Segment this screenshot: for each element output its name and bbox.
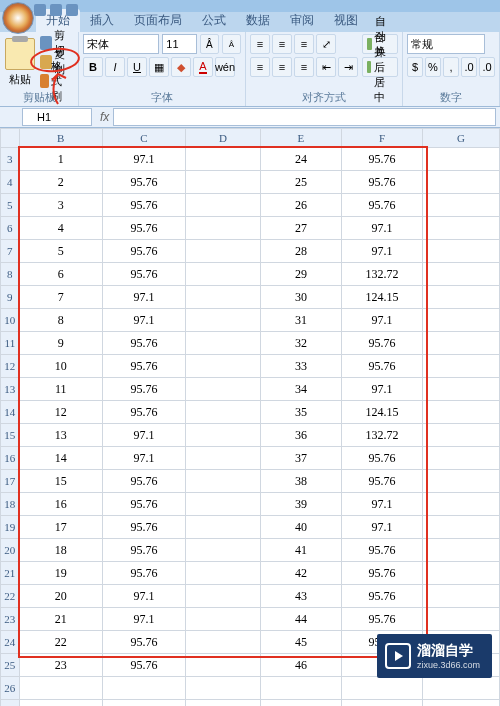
cell[interactable]: 3 <box>19 194 102 217</box>
cell[interactable]: 1 <box>19 148 102 171</box>
cell[interactable]: 42 <box>260 562 341 585</box>
cell[interactable]: 24 <box>260 148 341 171</box>
row-header[interactable]: 13 <box>1 378 20 401</box>
table-row[interactable]: 11995.763295.76 <box>1 332 500 355</box>
cell[interactable] <box>423 332 500 355</box>
name-box[interactable]: H1 <box>22 108 92 126</box>
row-header[interactable]: 10 <box>1 309 20 332</box>
cell[interactable] <box>423 516 500 539</box>
row-header[interactable]: 14 <box>1 401 20 424</box>
phonetic-button[interactable]: wén <box>215 57 235 77</box>
row-header[interactable]: 6 <box>1 217 20 240</box>
cell[interactable]: 95.76 <box>102 516 185 539</box>
cell[interactable]: 95.76 <box>102 631 185 654</box>
font-size-combo[interactable]: 11 <box>162 34 197 54</box>
cell[interactable]: 97.1 <box>341 240 422 263</box>
cell[interactable]: 97.1 <box>341 493 422 516</box>
cell[interactable]: 97.1 <box>102 585 185 608</box>
cell[interactable]: 97.1 <box>102 148 185 171</box>
cell[interactable] <box>186 677 261 700</box>
cell[interactable] <box>423 171 500 194</box>
table-row[interactable]: 7595.762897.1 <box>1 240 500 263</box>
col-header-G[interactable]: G <box>423 129 500 148</box>
cell[interactable]: 97.1 <box>102 424 185 447</box>
cell[interactable]: 25 <box>260 171 341 194</box>
cell[interactable] <box>341 700 422 707</box>
cell[interactable]: 45 <box>260 631 341 654</box>
cell[interactable]: 95.76 <box>102 470 185 493</box>
row-header[interactable]: 4 <box>1 171 20 194</box>
cell[interactable]: 7 <box>19 286 102 309</box>
cell[interactable] <box>423 263 500 286</box>
tab-视图[interactable]: 视图 <box>324 9 368 32</box>
row-header[interactable]: 7 <box>1 240 20 263</box>
select-all-button[interactable] <box>1 129 20 148</box>
cell[interactable]: 95.76 <box>102 194 185 217</box>
table-row[interactable]: 5395.762695.76 <box>1 194 500 217</box>
cell[interactable] <box>186 401 261 424</box>
cell[interactable]: 95.76 <box>341 194 422 217</box>
row-header[interactable]: 23 <box>1 608 20 631</box>
cell[interactable]: 5 <box>19 240 102 263</box>
cell[interactable] <box>19 677 102 700</box>
cell[interactable]: 31 <box>260 309 341 332</box>
row-header[interactable]: 21 <box>1 562 20 585</box>
table-row[interactable]: 201895.764195.76 <box>1 539 500 562</box>
indent-dec-button[interactable]: ⇤ <box>316 57 336 77</box>
cell[interactable]: 36 <box>260 424 341 447</box>
qat-save-icon[interactable] <box>34 4 46 16</box>
cell[interactable]: 17 <box>19 516 102 539</box>
cell[interactable] <box>423 286 500 309</box>
cell[interactable]: 6 <box>19 263 102 286</box>
table-row[interactable]: 171595.763895.76 <box>1 470 500 493</box>
table-row[interactable]: 8695.7629132.72 <box>1 263 500 286</box>
tab-页面布局[interactable]: 页面布局 <box>124 9 192 32</box>
row-header[interactable]: 22 <box>1 585 20 608</box>
border-button[interactable]: ▦ <box>149 57 169 77</box>
cell[interactable] <box>186 562 261 585</box>
cell[interactable] <box>186 470 261 493</box>
font-name-combo[interactable]: 宋体 <box>83 34 159 54</box>
cell[interactable] <box>423 194 500 217</box>
cell[interactable]: 95.76 <box>102 562 185 585</box>
cell[interactable]: 95.76 <box>102 539 185 562</box>
cell[interactable] <box>186 194 261 217</box>
cell[interactable]: 39 <box>260 493 341 516</box>
cell[interactable]: 19 <box>19 562 102 585</box>
cell[interactable]: 95.76 <box>102 493 185 516</box>
cell[interactable]: 95.76 <box>341 148 422 171</box>
table-row[interactable]: 161497.13795.76 <box>1 447 500 470</box>
cell[interactable]: 14 <box>19 447 102 470</box>
cell[interactable]: 95.76 <box>341 447 422 470</box>
cell[interactable] <box>186 263 261 286</box>
row-header[interactable]: 24 <box>1 631 20 654</box>
cell[interactable]: 16 <box>19 493 102 516</box>
cell[interactable] <box>186 286 261 309</box>
cell[interactable] <box>423 562 500 585</box>
cell[interactable] <box>423 240 500 263</box>
format-painter-button[interactable]: 格式刷 <box>38 72 74 90</box>
cell[interactable] <box>186 516 261 539</box>
row-header[interactable]: 20 <box>1 539 20 562</box>
cell[interactable]: 97.1 <box>341 309 422 332</box>
number-format-combo[interactable]: 常规 <box>407 34 485 54</box>
cell[interactable] <box>423 700 500 707</box>
cell[interactable]: 95.76 <box>341 562 422 585</box>
row-header[interactable]: 11 <box>1 332 20 355</box>
currency-button[interactable]: $ <box>407 57 423 77</box>
cell[interactable]: 97.1 <box>102 309 185 332</box>
cell[interactable] <box>186 355 261 378</box>
table-row[interactable]: 4295.762595.76 <box>1 171 500 194</box>
underline-button[interactable]: U <box>127 57 147 77</box>
cell[interactable]: 95.76 <box>102 171 185 194</box>
cell[interactable]: 95.76 <box>102 378 185 401</box>
cell[interactable] <box>423 148 500 171</box>
cell[interactable] <box>260 700 341 707</box>
cell[interactable] <box>102 677 185 700</box>
table-row[interactable]: 131195.763497.1 <box>1 378 500 401</box>
cell[interactable]: 29 <box>260 263 341 286</box>
cell[interactable]: 95.76 <box>341 171 422 194</box>
cell[interactable]: 12 <box>19 401 102 424</box>
cell[interactable] <box>186 332 261 355</box>
table-row[interactable]: 9797.130124.15 <box>1 286 500 309</box>
